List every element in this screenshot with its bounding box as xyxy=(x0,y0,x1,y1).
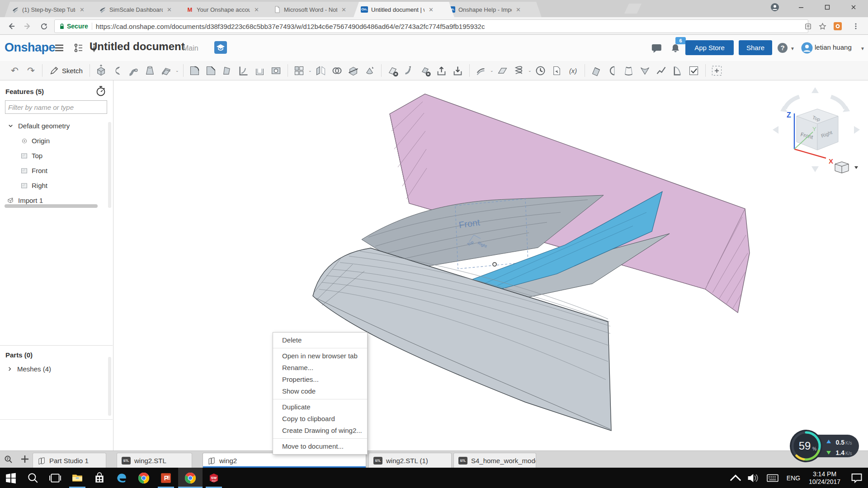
edu-plan-icon[interactable] xyxy=(214,41,227,54)
language-indicator[interactable]: ENG xyxy=(783,468,804,488)
tab-close-icon[interactable]: ✕ xyxy=(253,6,260,13)
element-tab-wing2-stl[interactable]: STLwing2.STL xyxy=(117,453,192,468)
element-tab-wing2[interactable]: wing2 xyxy=(203,453,366,468)
rib-tool-icon[interactable] xyxy=(236,63,252,78)
menu-item-open-in-new-browser-tab[interactable]: Open in new browser tab xyxy=(273,350,367,362)
menu-item-move-to-document[interactable]: Move to document... xyxy=(273,441,367,452)
tray-overflow-chevron-icon[interactable] xyxy=(728,468,743,488)
feature-row-default-geometry[interactable]: Default geometry xyxy=(0,118,108,133)
draft-tool-icon[interactable] xyxy=(219,63,236,78)
taskbar-edge-icon[interactable] xyxy=(111,468,132,488)
menu-item-duplicate[interactable]: Duplicate xyxy=(273,401,367,413)
secure-chip[interactable]: Secure xyxy=(59,23,88,30)
tab-close-icon[interactable]: ✕ xyxy=(340,6,347,13)
sketch-button[interactable]: Sketch xyxy=(46,63,86,78)
search-tabs-icon[interactable] xyxy=(4,455,14,465)
feature-row-top[interactable]: Top xyxy=(0,148,108,163)
revolve-surface-tool-icon[interactable] xyxy=(604,63,621,78)
move-curve-tool-icon[interactable] xyxy=(653,63,670,78)
chevron-down-icon[interactable] xyxy=(7,122,14,129)
taskbar-store-icon[interactable] xyxy=(89,468,110,488)
fillet-tool-icon[interactable] xyxy=(187,63,203,78)
taskbar-task-view-icon[interactable] xyxy=(44,468,66,488)
browser-profile-icon[interactable] xyxy=(766,0,784,14)
delete-part-tool-icon[interactable] xyxy=(417,63,434,78)
menu-item-copy-to-clipboard[interactable]: Copy to clipboard xyxy=(273,413,367,425)
feature-row-front[interactable]: Front xyxy=(0,163,108,178)
extrude-tool-icon[interactable] xyxy=(93,63,109,78)
reload-button[interactable] xyxy=(38,20,50,32)
share-button[interactable]: Share xyxy=(739,40,772,55)
browser-tab-4[interactable]: On. Untitled document | wing ✕ xyxy=(354,2,454,17)
tab-close-icon[interactable]: ✕ xyxy=(515,6,522,13)
feature-row-right[interactable]: Right xyxy=(0,178,108,193)
loft-tool-icon[interactable] xyxy=(142,63,158,78)
back-button[interactable] xyxy=(5,20,17,32)
bookmark-star-icon[interactable] xyxy=(816,20,828,32)
add-tab-icon[interactable] xyxy=(20,454,30,464)
taskbar-chrome-icon[interactable] xyxy=(133,468,155,488)
tab-close-icon[interactable]: ✕ xyxy=(79,6,85,13)
menu-item-delete[interactable]: Delete xyxy=(273,334,367,346)
action-center-icon[interactable] xyxy=(845,468,868,488)
document-menu-icon[interactable] xyxy=(54,43,64,52)
chamfer-tool-icon[interactable] xyxy=(203,63,219,78)
redo-tool-icon[interactable]: ↷ xyxy=(23,63,39,78)
document-title[interactable]: Untitled document xyxy=(90,40,185,53)
import-tool-icon[interactable] xyxy=(450,63,466,78)
browser-menu-icon[interactable] xyxy=(850,20,862,32)
thicken-dropdown-caret-icon[interactable]: ⌄ xyxy=(175,68,180,73)
delete-face-tool-icon[interactable] xyxy=(385,63,401,78)
offset-surface-dropdown-caret-icon[interactable]: ⌄ xyxy=(489,68,495,73)
user-avatar[interactable] xyxy=(801,42,813,54)
browser-tab-0[interactable]: (1) Step-by-Step Tutorial ✕ xyxy=(5,2,105,17)
menu-item-rename[interactable]: Rename... xyxy=(273,362,367,374)
taskbar-file-explorer-icon[interactable] xyxy=(66,468,88,488)
rollback-tool-icon[interactable] xyxy=(533,63,549,78)
browser-tab-5[interactable]: On. Onshape Help - Importin ✕ xyxy=(441,2,542,17)
origin-marker[interactable] xyxy=(493,263,496,266)
taskbar-clock[interactable]: 3:14 PM 10/24/2017 xyxy=(804,470,845,486)
net-speed-widget[interactable]: 59 % 0.5 K/s 1.4 K/s xyxy=(788,428,868,466)
composite-part-tool-icon[interactable] xyxy=(686,63,702,78)
parts-vscrollbar[interactable] xyxy=(108,357,111,416)
transform-tool-icon[interactable] xyxy=(362,63,378,78)
menu-item-properties[interactable]: Properties... xyxy=(273,374,367,385)
view-mode-button[interactable] xyxy=(835,162,858,173)
fill-surface-tool-icon[interactable] xyxy=(637,63,653,78)
comments-icon[interactable] xyxy=(651,44,663,54)
revolve-tool-icon[interactable] xyxy=(109,63,126,78)
window-close-button[interactable] xyxy=(844,0,863,14)
volume-icon[interactable] xyxy=(743,468,762,488)
menu-item-show-code[interactable]: Show code xyxy=(273,385,367,397)
shell-tool-icon[interactable] xyxy=(252,63,268,78)
new-tab-button[interactable] xyxy=(624,4,642,14)
undo-tool-icon[interactable]: ↶ xyxy=(6,63,23,78)
browser-tab-3[interactable]: Microsoft Word - Notes ✕ xyxy=(266,2,367,17)
plane-tool-icon[interactable] xyxy=(495,63,511,78)
forward-button[interactable] xyxy=(22,20,33,32)
thicken-tool-icon[interactable] xyxy=(158,63,175,78)
taskbar-start-icon[interactable] xyxy=(0,468,22,488)
linear-pattern-dropdown-caret-icon[interactable]: ⌄ xyxy=(307,68,313,73)
window-maximize-button[interactable] xyxy=(818,0,836,14)
boolean-tool-icon[interactable] xyxy=(329,63,345,78)
onshape-logo[interactable]: Onshape xyxy=(5,41,55,55)
mirror-tool-icon[interactable] xyxy=(313,63,329,78)
menu-item-create-drawing-of-wing2[interactable]: Create Drawing of wing2... xyxy=(273,425,367,436)
derived-tool-icon[interactable] xyxy=(549,63,565,78)
workspace-name[interactable]: Main xyxy=(183,44,198,52)
loft-surface-tool-icon[interactable] xyxy=(621,63,637,78)
taskbar-search-icon[interactable] xyxy=(22,468,44,488)
split-tool-icon[interactable] xyxy=(345,63,362,78)
element-tab-part-studio-1[interactable]: Part Studio 1 xyxy=(33,453,106,468)
element-tab-wing2-stl-1[interactable]: STLwing2.STL (1) xyxy=(368,453,452,468)
browser-tab-1[interactable]: SimScale Dashboard - Yo ✕ xyxy=(92,2,193,17)
tab-close-icon[interactable]: ✕ xyxy=(428,6,434,13)
trim-curve-tool-icon[interactable] xyxy=(670,63,686,78)
taskbar-solidworks-icon[interactable]: SW2017 xyxy=(203,468,225,488)
variable-tool-icon[interactable]: (x) xyxy=(565,63,581,78)
extrude-surface-tool-icon[interactable] xyxy=(588,63,604,78)
taskbar-chrome-active-icon[interactable] xyxy=(178,468,203,488)
browser-tab-2[interactable]: M Your Onshape account is ✕ xyxy=(179,2,280,17)
